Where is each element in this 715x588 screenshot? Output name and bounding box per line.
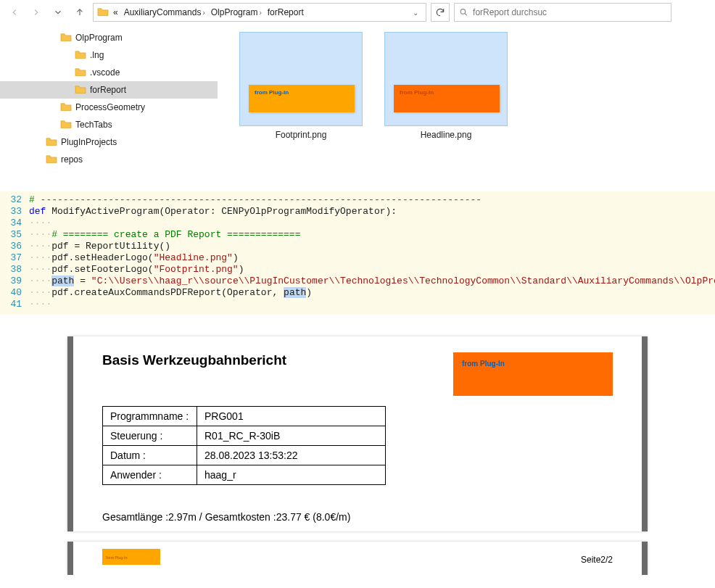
code-text: ) [239, 264, 244, 275]
thumbnail-image: from Plug-In [239, 32, 363, 126]
address-bar[interactable]: « AuxiliaryCommands › OlpProgram › forRe… [93, 3, 426, 22]
breadcrumb[interactable]: OlpProgram › [209, 6, 264, 19]
logo-text: from Plug-In [106, 555, 127, 560]
nav-back-button[interactable] [6, 4, 23, 21]
tree-item-label: OlpProgram [75, 33, 123, 43]
pdf-summary: Gesamtlänge :2.97m / Gesamtkosten :23.77… [102, 511, 613, 523]
cell-value: R01_RC_R-30iB [197, 426, 386, 446]
code-text: pdf = ReportUtility() [51, 241, 170, 252]
code-text: pdf.setFooterLogo( [51, 264, 153, 275]
code-comment: # --------------------------------------… [29, 194, 482, 205]
code-text: pdf.setHeaderLogo( [51, 252, 153, 263]
code-var: path [284, 287, 306, 298]
search-icon [459, 7, 468, 17]
refresh-button[interactable] [431, 3, 450, 22]
nav-up-button[interactable] [71, 4, 88, 21]
code-var: path [51, 276, 74, 286]
code-string: "Headline.png" [154, 252, 233, 263]
code-text: ) [306, 287, 312, 298]
folder-icon [59, 119, 73, 131]
breadcrumb[interactable]: forReport [265, 6, 306, 19]
folder-icon [74, 84, 87, 96]
pdf-page-number: Seite2/2 [581, 555, 613, 565]
table-row: Datum :28.08.2023 13:53:22 [103, 446, 386, 465]
tree-item[interactable]: .vscode [0, 64, 218, 81]
thumbnail-filename: Footprint.png [276, 130, 327, 140]
folder-icon [45, 136, 58, 149]
folder-tree: OlpProgram.lng.vscodeforReportProcessGeo… [0, 25, 218, 177]
code-editor[interactable]: 32# ------------------------------------… [0, 191, 715, 315]
thumbnail-image: from Plug-In [384, 32, 508, 126]
pdf-page-footer: from Plug-In Seite2/2 [67, 542, 648, 575]
tree-item[interactable]: PlugInProjects [0, 133, 218, 151]
svg-point-0 [460, 9, 466, 15]
cell-key: Anwender : [103, 465, 197, 485]
cell-key: Datum : [103, 446, 197, 465]
file-thumbnail[interactable]: from Plug-InHeadline.png [384, 32, 508, 140]
search-box[interactable] [454, 3, 671, 22]
tree-item-label: .lng [90, 50, 104, 60]
cell-value: PRG001 [197, 407, 386, 426]
tree-item[interactable]: ProcessGeometry [0, 99, 218, 116]
explorer-body: OlpProgram.lng.vscodeforReportProcessGeo… [0, 25, 715, 177]
file-explorer: « AuxiliaryCommands › OlpProgram › forRe… [0, 0, 715, 177]
code-string: "C:\\Users\\haag_r\\source\\PlugInCustom… [91, 276, 715, 286]
pdf-title: Basis Werkzeugbahnbericht [102, 352, 286, 368]
code-text: = [74, 276, 91, 286]
pdf-header-logo: from Plug-In [453, 352, 613, 396]
address-dropdown-button[interactable]: ⌄ [408, 7, 423, 18]
chevron-right-icon: › [202, 9, 204, 17]
logo-text: from Plug-In [462, 360, 505, 368]
code-text: ModifyActiveProgram(Operator: CENPyOlpPr… [46, 206, 397, 217]
file-thumbnail[interactable]: from Plug-InFootprint.png [239, 32, 363, 140]
code-comment: # ======== create a PDF Report =========… [51, 229, 300, 240]
tree-item[interactable]: forReport [0, 81, 218, 99]
cell-key: Programmname : [103, 407, 197, 426]
table-row: Programmname :PRG001 [103, 407, 386, 426]
folder-icon [45, 154, 58, 166]
search-input[interactable] [473, 7, 666, 17]
tree-item[interactable]: OlpProgram [0, 29, 218, 46]
pdf-preview: Basis Werkzeugbahnbericht from Plug-In P… [67, 336, 648, 575]
table-row: Steuerung :R01_RC_R-30iB [103, 426, 386, 446]
code-text: ) [233, 252, 239, 263]
tree-item-label: TechTabs [75, 120, 112, 130]
pdf-page: Basis Werkzeugbahnbericht from Plug-In P… [67, 336, 648, 531]
folder-icon [59, 32, 73, 44]
pdf-footer-logo: from Plug-In [102, 549, 160, 565]
tree-item-label: PlugInProjects [61, 137, 117, 147]
folder-icon [74, 67, 87, 79]
breadcrumb[interactable]: AuxiliaryCommands › [122, 6, 207, 19]
tree-item-label: repos [61, 154, 83, 165]
thumbnail-filename: Headline.png [421, 130, 472, 140]
tree-item[interactable]: repos [0, 151, 218, 168]
tree-item-label: .vscode [90, 67, 120, 78]
tree-item[interactable]: .lng [0, 46, 218, 64]
cell-value: 28.08.2023 13:53:22 [197, 446, 386, 465]
chevron-right-icon: › [259, 9, 261, 17]
code-keyword: def [29, 206, 46, 217]
table-row: Anwender :haag_r [103, 465, 386, 485]
folder-icon [96, 7, 109, 18]
folder-icon [74, 49, 87, 62]
explorer-toolbar: « AuxiliaryCommands › OlpProgram › forRe… [0, 0, 715, 25]
crumb-prefix: « [111, 6, 120, 19]
tree-item[interactable]: TechTabs [0, 116, 218, 133]
pdf-info-table: Programmname :PRG001Steuerung :R01_RC_R-… [102, 406, 386, 485]
cell-value: haag_r [197, 465, 386, 485]
folder-icon [59, 102, 73, 114]
code-text: pdf.createAuxCommandsPDFReport(Operator, [51, 287, 284, 298]
nav-recent-button[interactable] [49, 4, 67, 21]
nav-forward-button[interactable] [28, 4, 45, 21]
tree-item-label: forReport [90, 85, 126, 95]
folder-content: from Plug-InFootprint.pngfrom Plug-InHea… [218, 25, 715, 177]
tree-item-label: ProcessGeometry [75, 102, 145, 112]
cell-key: Steuerung : [103, 426, 197, 446]
code-string: "Footprint.png" [154, 264, 239, 275]
